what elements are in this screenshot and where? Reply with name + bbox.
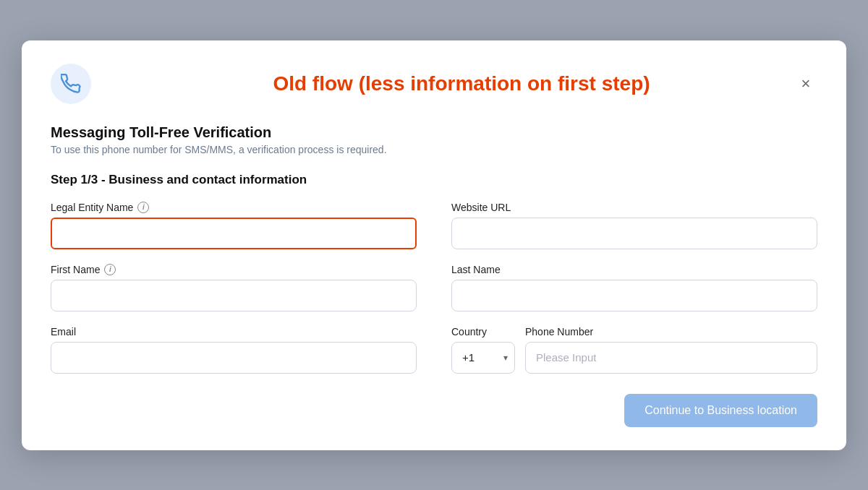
first-name-label: First Name i xyxy=(51,264,417,275)
section-subtitle: To use this phone number for SMS/MMS, a … xyxy=(51,144,817,155)
phone-group: Country +1 +44 +61 +49 ▾ xyxy=(451,326,817,374)
first-name-info-icon[interactable]: i xyxy=(104,264,116,275)
country-select[interactable]: +1 +44 +61 +49 xyxy=(451,342,515,374)
website-url-group: Website URL xyxy=(451,202,817,249)
country-select-wrapper: +1 +44 +61 +49 ▾ xyxy=(451,342,515,374)
legal-entity-name-input[interactable] xyxy=(51,218,417,249)
close-button[interactable]: × xyxy=(794,72,817,95)
email-label: Email xyxy=(51,326,417,338)
website-url-input[interactable] xyxy=(451,218,817,249)
first-name-group: First Name i xyxy=(51,264,417,311)
phone-icon-circle xyxy=(51,64,91,104)
legal-entity-name-info-icon[interactable]: i xyxy=(137,202,149,213)
legal-entity-name-group: Legal Entity Name i xyxy=(51,202,417,249)
close-icon: × xyxy=(801,76,811,92)
section-title: Messaging Toll-Free Verification xyxy=(51,124,817,141)
phone-number-label: Phone Number xyxy=(525,326,817,338)
last-name-label: Last Name xyxy=(451,264,817,275)
step-label: Step 1/3 - Business and contact informat… xyxy=(51,173,817,187)
continue-button[interactable]: Continue to Business location xyxy=(624,394,817,427)
last-name-group: Last Name xyxy=(451,264,817,311)
email-input[interactable] xyxy=(51,342,417,374)
email-group: Email xyxy=(51,326,417,374)
country-label: Country xyxy=(451,326,515,338)
modal-dialog: Old flow (less information on first step… xyxy=(22,40,846,450)
modal-footer: Continue to Business location xyxy=(51,394,817,427)
website-url-label: Website URL xyxy=(451,202,817,213)
first-name-input[interactable] xyxy=(51,280,417,311)
phone-icon xyxy=(61,74,81,94)
phone-number-input[interactable] xyxy=(525,342,817,374)
modal-wrapper: Old flow (less information on first step… xyxy=(0,0,868,490)
last-name-input[interactable] xyxy=(451,280,817,311)
form-grid: Legal Entity Name i Website URL First Na… xyxy=(51,202,817,374)
modal-header: Old flow (less information on first step… xyxy=(51,64,817,104)
modal-title: Old flow (less information on first step… xyxy=(106,72,817,95)
legal-entity-name-label: Legal Entity Name i xyxy=(51,202,417,213)
